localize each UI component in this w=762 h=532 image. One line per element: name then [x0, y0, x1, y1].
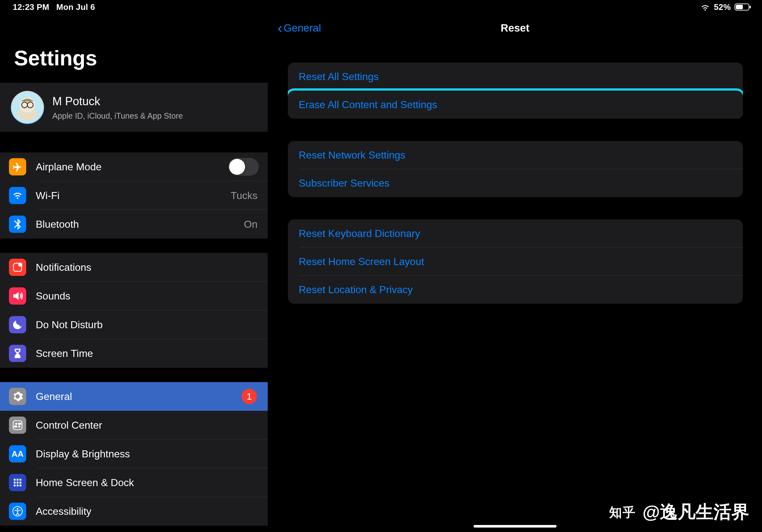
reset-network[interactable]: Reset Network Settings: [288, 141, 743, 169]
sidebar-item-label: Bluetooth: [36, 219, 79, 230]
bluetooth-icon: [9, 216, 26, 233]
appleid-sub: Apple ID, iCloud, iTunes & App Store: [52, 111, 183, 120]
status-date: Mon Jul 6: [56, 2, 95, 12]
svg-rect-11: [14, 426, 17, 428]
svg-point-12: [18, 426, 20, 428]
appleid-name: M Potuck: [52, 95, 183, 108]
sidebar-item-label: Wi-Fi: [36, 190, 60, 202]
back-button[interactable]: ‹ General: [277, 21, 321, 35]
sidebar-item-screentime[interactable]: Screen Time: [0, 339, 268, 368]
sidebar-item-label: Sounds: [36, 290, 70, 302]
notifications-icon: [9, 259, 26, 276]
svg-rect-20: [17, 485, 19, 486]
svg-rect-10: [18, 423, 21, 425]
sidebar-group-0: Airplane Mode Wi-Fi Tucks Bluetooth On: [0, 153, 268, 238]
sidebar-item-value: Tucks: [231, 190, 258, 202]
sidebar-item-value: On: [244, 219, 258, 230]
subscriber-services[interactable]: Subscriber Services: [288, 169, 743, 197]
sidebar-item-label: Do Not Disturb: [36, 319, 103, 331]
reset-home-layout[interactable]: Reset Home Screen Layout: [288, 247, 743, 276]
gear-icon: [9, 388, 26, 405]
sidebar-item-label: Control Center: [36, 420, 102, 431]
svg-point-9: [15, 423, 17, 425]
status-bar: 12:23 PM Mon Jul 6 52%: [0, 0, 762, 14]
sidebar-item-label: Screen Time: [36, 348, 93, 360]
sidebar-item-label: Airplane Mode: [36, 161, 102, 173]
settings-sidebar: Settings M Potuck Apple ID, iCloud, iTun…: [0, 14, 268, 532]
airplane-toggle[interactable]: [228, 158, 259, 176]
watermark: 知乎 @逸凡生活界: [609, 500, 749, 524]
detail-nav: ‹ General Reset: [268, 14, 762, 42]
home-indicator[interactable]: [474, 525, 557, 528]
sidebar-item-controlcenter[interactable]: Control Center: [0, 411, 268, 439]
svg-rect-17: [17, 482, 19, 484]
detail-title: Reset: [501, 22, 529, 34]
sidebar-item-general[interactable]: General 1: [0, 382, 268, 411]
svg-point-7: [18, 262, 22, 267]
svg-rect-21: [20, 485, 21, 486]
svg-rect-15: [20, 479, 21, 481]
accessibility-icon: [9, 503, 26, 520]
svg-rect-19: [14, 485, 16, 486]
airplane-icon: [9, 158, 26, 175]
sidebar-item-label: Notifications: [36, 262, 91, 273]
sidebar-item-label: General: [36, 391, 72, 403]
dnd-icon: [9, 316, 26, 333]
battery-pct: 52%: [714, 2, 731, 12]
control-center-icon: [9, 417, 26, 434]
sidebar-item-notifications[interactable]: Notifications: [0, 253, 268, 282]
sidebar-item-sounds[interactable]: Sounds: [0, 282, 268, 310]
home-screen-icon: [9, 474, 26, 491]
sidebar-item-accessibility[interactable]: Accessibility: [0, 497, 268, 526]
svg-rect-13: [14, 479, 16, 481]
wifi-icon: [700, 4, 710, 11]
sidebar-group-1: Notifications Sounds Do Not Disturb Scre…: [0, 253, 268, 368]
svg-rect-18: [20, 482, 21, 484]
sidebar-item-display[interactable]: AA Display & Brightness: [0, 439, 268, 468]
back-label: General: [284, 22, 321, 34]
status-time: 12:23 PM: [13, 2, 49, 12]
svg-rect-8: [13, 421, 22, 430]
battery-icon: [734, 4, 749, 11]
sounds-icon: [9, 287, 26, 304]
svg-rect-14: [17, 479, 19, 481]
display-icon: AA: [9, 445, 26, 462]
notification-badge: 1: [242, 389, 257, 404]
appleid-row[interactable]: M Potuck Apple ID, iCloud, iTunes & App …: [0, 83, 268, 132]
reset-all-settings[interactable]: Reset All Settings: [288, 62, 743, 91]
sidebar-group-2: General 1 Control Center AA Display & Br…: [0, 382, 268, 526]
sidebar-item-label: Accessibility: [36, 505, 91, 517]
sidebar-item-homescreen[interactable]: Home Screen & Dock: [0, 468, 268, 497]
sidebar-item-airplane[interactable]: Airplane Mode: [0, 153, 268, 181]
chevron-left-icon: ‹: [277, 21, 282, 35]
sidebar-item-dnd[interactable]: Do Not Disturb: [0, 310, 268, 339]
svg-rect-16: [14, 482, 16, 484]
reset-keyboard[interactable]: Reset Keyboard Dictionary: [288, 220, 743, 247]
sidebar-item-wifi[interactable]: Wi-Fi Tucks: [0, 181, 268, 210]
screentime-icon: [9, 345, 26, 362]
sidebar-item-label: Home Screen & Dock: [36, 477, 134, 489]
page-title: Settings: [0, 14, 268, 83]
wifi-settings-icon: [9, 187, 26, 204]
reset-group-2: Reset Keyboard Dictionary Reset Home Scr…: [288, 220, 743, 303]
avatar: [11, 91, 44, 124]
sidebar-item-bluetooth[interactable]: Bluetooth On: [0, 210, 268, 238]
detail-panel: ‹ General Reset Reset All Settings Erase…: [268, 14, 762, 532]
reset-group-1: Reset Network Settings Subscriber Servic…: [288, 141, 743, 197]
reset-group-0: Reset All Settings Erase All Content and…: [288, 62, 743, 119]
sidebar-item-label: Display & Brightness: [36, 448, 130, 460]
erase-all-content[interactable]: Erase All Content and Settings: [288, 91, 743, 119]
reset-location-privacy[interactable]: Reset Location & Privacy: [288, 276, 743, 303]
svg-point-23: [17, 508, 18, 510]
